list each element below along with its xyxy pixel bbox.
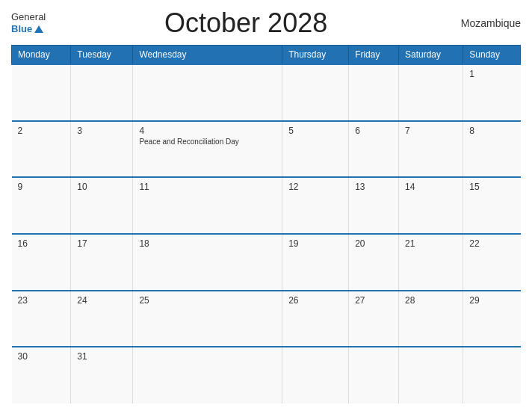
- calendar-day: 6: [349, 121, 399, 178]
- calendar-day: 15: [463, 177, 521, 234]
- day-number: 29: [469, 295, 514, 306]
- day-number: 20: [355, 238, 392, 249]
- calendar-week-row: 16171819202122: [12, 234, 521, 291]
- day-number: 23: [18, 295, 65, 306]
- calendar-week-row: 3031: [12, 347, 521, 404]
- calendar-day: [463, 347, 521, 404]
- weekday-header-saturday: Saturday: [398, 46, 463, 65]
- calendar-day: 30: [12, 347, 71, 404]
- calendar-day: [133, 347, 282, 404]
- calendar-day: 28: [398, 291, 463, 347]
- weekday-header-row: MondayTuesdayWednesdayThursdayFridaySatu…: [12, 46, 521, 65]
- calendar-day: [282, 347, 349, 404]
- calendar-day: 17: [71, 234, 133, 291]
- calendar-day: [349, 64, 399, 121]
- calendar-header: General Blue October 2028 Mozambique: [11, 7, 521, 39]
- calendar-day: 8: [463, 121, 521, 178]
- day-number: 27: [355, 295, 392, 306]
- calendar-day: [133, 64, 282, 121]
- calendar-day: 21: [398, 234, 463, 291]
- day-number: 26: [288, 295, 342, 306]
- calendar-day: 2: [12, 121, 71, 178]
- logo-triangle-icon: [34, 25, 43, 33]
- calendar-day: 20: [349, 234, 399, 291]
- calendar-week-row: 9101112131415: [12, 177, 521, 234]
- calendar-day: 14: [398, 177, 463, 234]
- calendar-day: [282, 64, 349, 121]
- day-number: 3: [77, 126, 126, 136]
- day-number: 15: [469, 182, 514, 192]
- calendar-day: [12, 64, 71, 121]
- calendar-day: [71, 64, 133, 121]
- calendar-day: 24: [71, 291, 133, 347]
- calendar-day: 4Peace and Reconciliation Day: [133, 121, 282, 178]
- logo-blue-text: Blue: [11, 23, 46, 35]
- day-number: 5: [288, 126, 342, 136]
- calendar-day: [349, 347, 399, 404]
- calendar-day: 13: [349, 177, 399, 234]
- day-number: 30: [18, 351, 65, 362]
- calendar-week-row: 23242526272829: [12, 291, 521, 347]
- calendar-day: 22: [463, 234, 521, 291]
- day-number: 25: [139, 295, 276, 306]
- day-number: 7: [405, 126, 457, 136]
- logo: General Blue: [11, 11, 46, 34]
- calendar-day: 5: [282, 121, 349, 178]
- weekday-header-wednesday: Wednesday: [133, 46, 282, 65]
- calendar-day: 25: [133, 291, 282, 347]
- calendar-table: MondayTuesdayWednesdayThursdayFridaySatu…: [11, 45, 521, 404]
- weekday-header-thursday: Thursday: [282, 46, 349, 65]
- weekday-header-monday: Monday: [12, 46, 71, 65]
- day-number: 14: [405, 182, 457, 192]
- calendar-day: 7: [398, 121, 463, 178]
- weekday-header-tuesday: Tuesday: [71, 46, 133, 65]
- calendar-day: 1: [463, 64, 521, 121]
- day-number: 22: [469, 238, 514, 249]
- calendar-week-row: 1: [12, 64, 521, 121]
- day-number: 4: [139, 126, 276, 136]
- calendar-day: 9: [12, 177, 71, 234]
- calendar-title: October 2028: [164, 7, 327, 39]
- day-number: 19: [288, 238, 342, 249]
- weekday-header-friday: Friday: [349, 46, 399, 65]
- calendar-week-row: 234Peace and Reconciliation Day5678: [12, 121, 521, 178]
- calendar-day: [398, 64, 463, 121]
- country-label: Mozambique: [446, 17, 521, 29]
- day-number: 11: [139, 182, 276, 192]
- day-number: 6: [355, 126, 392, 136]
- day-number: 13: [355, 182, 392, 192]
- calendar-day: 31: [71, 347, 133, 404]
- day-number: 10: [77, 182, 126, 192]
- day-number: 16: [18, 238, 65, 249]
- day-number: 31: [77, 351, 126, 362]
- weekday-header-sunday: Sunday: [463, 46, 521, 65]
- day-number: 28: [405, 295, 457, 306]
- day-number: 18: [139, 238, 276, 249]
- day-number: 1: [469, 69, 514, 79]
- calendar-day: 3: [71, 121, 133, 178]
- calendar-day: 27: [349, 291, 399, 347]
- calendar-day: 11: [133, 177, 282, 234]
- day-number: 9: [18, 182, 65, 192]
- day-number: 17: [77, 238, 126, 249]
- calendar-day: 12: [282, 177, 349, 234]
- calendar-day: 23: [12, 291, 71, 347]
- calendar-day: 10: [71, 177, 133, 234]
- day-number: 8: [469, 126, 514, 136]
- calendar-day: 18: [133, 234, 282, 291]
- calendar-day: 16: [12, 234, 71, 291]
- day-number: 24: [77, 295, 126, 306]
- day-number: 12: [288, 182, 342, 192]
- calendar-day: 19: [282, 234, 349, 291]
- day-event: Peace and Reconciliation Day: [139, 137, 238, 146]
- logo-general-text: General: [11, 11, 46, 23]
- day-number: 2: [18, 126, 65, 136]
- calendar-day: 26: [282, 291, 349, 347]
- calendar-day: [398, 347, 463, 404]
- calendar-day: 29: [463, 291, 521, 347]
- day-number: 21: [405, 238, 457, 249]
